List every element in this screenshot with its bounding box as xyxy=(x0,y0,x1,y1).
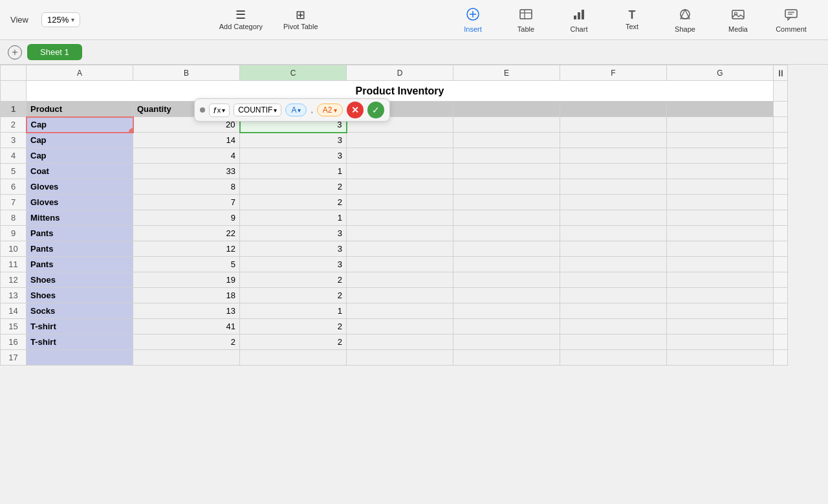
cell-a15[interactable]: T-shirt xyxy=(27,319,133,334)
cell-g8[interactable] xyxy=(667,210,774,226)
view-button[interactable]: View xyxy=(10,15,28,25)
cell-c14[interactable]: 1 xyxy=(240,303,347,319)
cell-b16[interactable]: 2 xyxy=(133,334,240,350)
cell-d15[interactable] xyxy=(347,319,453,334)
cell-f11[interactable] xyxy=(560,257,667,272)
cell-e12[interactable] xyxy=(453,272,560,288)
cell-b6[interactable]: 8 xyxy=(133,179,240,195)
cell-b8[interactable]: 9 xyxy=(133,210,240,226)
cell-b11[interactable]: 5 xyxy=(133,257,240,272)
col-header-c[interactable]: C xyxy=(240,65,347,81)
cell-f7[interactable] xyxy=(560,195,667,210)
formula-cancel-button[interactable]: ✕ xyxy=(347,102,364,118)
cell-e17[interactable] xyxy=(453,350,560,366)
cell-f12[interactable] xyxy=(560,272,667,288)
cell-a14[interactable]: Socks xyxy=(27,303,133,319)
cell-b17[interactable] xyxy=(133,350,240,366)
cell-e1[interactable] xyxy=(453,102,560,117)
cell-g14[interactable] xyxy=(667,303,774,319)
cell-e6[interactable] xyxy=(453,179,560,195)
cell-b12[interactable]: 19 xyxy=(133,272,240,288)
cell-d3[interactable] xyxy=(347,133,453,148)
cell-g6[interactable] xyxy=(667,179,774,195)
formula-name-dropdown[interactable]: COUNTIF ▾ xyxy=(234,104,281,116)
cell-c17[interactable] xyxy=(240,350,347,366)
add-category-button[interactable]: ☰ Add Category xyxy=(219,9,263,30)
freeze-icon[interactable]: ⏸ xyxy=(776,68,785,78)
cell-c10[interactable]: 3 xyxy=(240,241,347,257)
cell-g5[interactable] xyxy=(667,164,774,179)
cell-b10[interactable]: 12 xyxy=(133,241,240,257)
cell-a11[interactable]: Pants xyxy=(27,257,133,272)
cell-e5[interactable] xyxy=(453,164,560,179)
formula-arg1-pill[interactable]: A ▾ xyxy=(285,104,307,116)
table-button[interactable]: Table xyxy=(510,7,542,33)
cell-g7[interactable] xyxy=(667,195,774,210)
sheet-tab-1[interactable]: Sheet 1 xyxy=(27,44,82,60)
cell-a9[interactable]: Pants xyxy=(27,226,133,241)
cell-g1[interactable] xyxy=(667,102,774,117)
formula-confirm-button[interactable]: ✓ xyxy=(367,102,384,118)
cell-e9[interactable] xyxy=(453,226,560,241)
cell-d6[interactable] xyxy=(347,179,453,195)
col-header-b[interactable]: B xyxy=(133,65,240,81)
col-header-g[interactable]: G xyxy=(667,65,774,81)
cell-b4[interactable]: 4 xyxy=(133,148,240,164)
shape-button[interactable]: Shape xyxy=(669,7,701,33)
cell-d7[interactable] xyxy=(347,195,453,210)
pivot-table-button[interactable]: ⊞ Pivot Table xyxy=(283,9,318,30)
cell-d5[interactable] xyxy=(347,164,453,179)
insert-button[interactable]: Insert xyxy=(457,7,489,33)
cell-c7[interactable]: 2 xyxy=(240,195,347,210)
cell-c9[interactable]: 3 xyxy=(240,226,347,241)
cell-c4[interactable]: 3 xyxy=(240,148,347,164)
cell-a1[interactable]: Product xyxy=(27,102,133,117)
cell-e7[interactable] xyxy=(453,195,560,210)
cell-g9[interactable] xyxy=(667,226,774,241)
fx-button[interactable]: fx ▾ xyxy=(209,104,230,117)
cell-b14[interactable]: 13 xyxy=(133,303,240,319)
cell-c16[interactable]: 2 xyxy=(240,334,347,350)
cell-e10[interactable] xyxy=(453,241,560,257)
cell-a13[interactable]: Shoes xyxy=(27,288,133,303)
text-button[interactable]: T Text xyxy=(616,9,648,30)
col-header-d[interactable]: D xyxy=(347,65,453,81)
cell-g11[interactable] xyxy=(667,257,774,272)
cell-c11[interactable]: 3 xyxy=(240,257,347,272)
cell-g4[interactable] xyxy=(667,148,774,164)
cell-f13[interactable] xyxy=(560,288,667,303)
cell-d12[interactable] xyxy=(347,272,453,288)
cell-e15[interactable] xyxy=(453,319,560,334)
cell-e11[interactable] xyxy=(453,257,560,272)
cell-f10[interactable] xyxy=(560,241,667,257)
cell-c15[interactable]: 2 xyxy=(240,319,347,334)
cell-g12[interactable] xyxy=(667,272,774,288)
cell-a5[interactable]: Coat xyxy=(27,164,133,179)
cell-e13[interactable] xyxy=(453,288,560,303)
cell-d16[interactable] xyxy=(347,334,453,350)
cell-c13[interactable]: 2 xyxy=(240,288,347,303)
cell-f3[interactable] xyxy=(560,133,667,148)
cell-d9[interactable] xyxy=(347,226,453,241)
comment-button[interactable]: Comment xyxy=(775,7,807,33)
cell-f5[interactable] xyxy=(560,164,667,179)
cell-e14[interactable] xyxy=(453,303,560,319)
cell-g16[interactable] xyxy=(667,334,774,350)
cell-a7[interactable]: Gloves xyxy=(27,195,133,210)
cell-f15[interactable] xyxy=(560,319,667,334)
formula-arg2-pill[interactable]: A2 ▾ xyxy=(317,104,343,116)
cell-g15[interactable] xyxy=(667,319,774,334)
cell-g13[interactable] xyxy=(667,288,774,303)
cell-a3[interactable]: Cap xyxy=(27,133,133,148)
cell-a12[interactable]: Shoes xyxy=(27,272,133,288)
cell-f8[interactable] xyxy=(560,210,667,226)
cell-f4[interactable] xyxy=(560,148,667,164)
cell-f14[interactable] xyxy=(560,303,667,319)
cell-c3[interactable]: 3 xyxy=(240,133,347,148)
cell-f6[interactable] xyxy=(560,179,667,195)
cell-a6[interactable]: Gloves xyxy=(27,179,133,195)
cell-c12[interactable]: 2 xyxy=(240,272,347,288)
cell-b9[interactable]: 22 xyxy=(133,226,240,241)
cell-d17[interactable] xyxy=(347,350,453,366)
cell-e16[interactable] xyxy=(453,334,560,350)
